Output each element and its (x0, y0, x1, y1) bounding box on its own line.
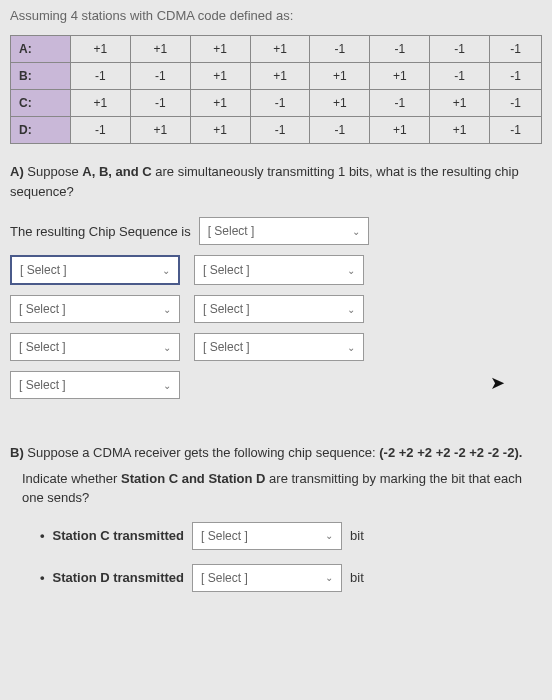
row-label: C: (11, 90, 71, 117)
row-label: B: (11, 63, 71, 90)
cell: +1 (190, 90, 250, 117)
part-b-sub: Indicate whether Station C and Station D… (22, 469, 542, 508)
bit-label: bit (350, 570, 364, 585)
cell: -1 (370, 36, 430, 63)
cell: -1 (71, 63, 131, 90)
chevron-down-icon: ⌄ (163, 380, 171, 391)
result-label: The resulting Chip Sequence is (10, 224, 191, 239)
part-b-question: B) Suppose a CDMA receiver gets the foll… (10, 443, 542, 463)
select-placeholder: [ Select ] (19, 378, 66, 392)
cell: +1 (190, 63, 250, 90)
row-label: A: (11, 36, 71, 63)
cell: -1 (430, 63, 490, 90)
chevron-down-icon: ⌄ (352, 226, 360, 237)
chip-select-6[interactable]: [ Select ] ⌄ (194, 333, 364, 361)
cell: -1 (490, 117, 542, 144)
select-placeholder: [ Select ] (201, 571, 248, 585)
bullet-icon: • (40, 528, 45, 543)
cell: +1 (310, 90, 370, 117)
cell: +1 (71, 36, 131, 63)
result-select[interactable]: [ Select ] ⌄ (199, 217, 369, 245)
cell: +1 (310, 63, 370, 90)
chevron-down-icon: ⌄ (347, 265, 355, 276)
chevron-down-icon: ⌄ (163, 342, 171, 353)
cell: -1 (71, 117, 131, 144)
select-placeholder: [ Select ] (19, 340, 66, 354)
select-placeholder: [ Select ] (203, 263, 250, 277)
cell: +1 (130, 36, 190, 63)
qb-text2: Indicate whether (22, 471, 121, 486)
part-a-prefix: A) (10, 164, 27, 179)
part-b-prefix: B) (10, 445, 27, 460)
cell: -1 (490, 36, 542, 63)
select-placeholder: [ Select ] (20, 263, 67, 277)
table-row: C: +1 -1 +1 -1 +1 -1 +1 -1 (11, 90, 542, 117)
select-placeholder: [ Select ] (203, 340, 250, 354)
cell: -1 (130, 90, 190, 117)
cell: -1 (310, 117, 370, 144)
cell: -1 (490, 90, 542, 117)
station-c-select[interactable]: [ Select ] ⌄ (192, 522, 342, 550)
table-row: D: -1 +1 +1 -1 -1 +1 +1 -1 (11, 117, 542, 144)
cell: -1 (310, 36, 370, 63)
station-d-label: Station D transmitted (53, 570, 184, 585)
cell: +1 (130, 117, 190, 144)
row-label: D: (11, 117, 71, 144)
chip-select-4[interactable]: [ Select ] ⌄ (194, 295, 364, 323)
qb-text1: Suppose a CDMA receiver gets the followi… (27, 445, 379, 460)
chevron-down-icon: ⌄ (325, 530, 333, 541)
chevron-down-icon: ⌄ (163, 304, 171, 315)
chip-select-1[interactable]: [ Select ] ⌄ (10, 255, 180, 285)
cell: +1 (190, 117, 250, 144)
chevron-down-icon: ⌄ (325, 572, 333, 583)
cell: +1 (190, 36, 250, 63)
chip-select-2[interactable]: [ Select ] ⌄ (194, 255, 364, 285)
select-placeholder: [ Select ] (201, 529, 248, 543)
chevron-down-icon: ⌄ (347, 342, 355, 353)
station-c-label: Station C transmitted (53, 528, 184, 543)
cell: +1 (430, 90, 490, 117)
qb-seq: (-2 +2 +2 +2 -2 +2 -2 -2). (379, 445, 522, 460)
cell: -1 (490, 63, 542, 90)
select-placeholder: [ Select ] (19, 302, 66, 316)
chevron-down-icon: ⌄ (162, 265, 170, 276)
cell: +1 (430, 117, 490, 144)
cell: +1 (250, 36, 310, 63)
intro-text: Assuming 4 stations with CDMA code defin… (10, 8, 542, 23)
qa-text1: Suppose (27, 164, 82, 179)
mouse-cursor-icon: ➤ (490, 372, 505, 394)
chip-select-5[interactable]: [ Select ] ⌄ (10, 333, 180, 361)
select-placeholder: [ Select ] (208, 224, 255, 238)
chip-select-7[interactable]: [ Select ] ⌄ (10, 371, 180, 399)
qa-bold: A, B, and C (82, 164, 151, 179)
cell: -1 (370, 90, 430, 117)
cell: -1 (130, 63, 190, 90)
station-d-select[interactable]: [ Select ] ⌄ (192, 564, 342, 592)
part-a-question: A) Suppose A, B, and C are simultaneousl… (10, 162, 542, 201)
cdma-table: A: +1 +1 +1 +1 -1 -1 -1 -1 B: -1 -1 +1 +… (10, 35, 542, 144)
bullet-icon: • (40, 570, 45, 585)
cell: +1 (250, 63, 310, 90)
cell: +1 (370, 63, 430, 90)
select-placeholder: [ Select ] (203, 302, 250, 316)
chip-select-3[interactable]: [ Select ] ⌄ (10, 295, 180, 323)
cell: +1 (370, 117, 430, 144)
cell: -1 (250, 90, 310, 117)
cell: +1 (71, 90, 131, 117)
qb-bold2: Station C and Station D (121, 471, 265, 486)
table-row: B: -1 -1 +1 +1 +1 +1 -1 -1 (11, 63, 542, 90)
cell: -1 (430, 36, 490, 63)
bit-label: bit (350, 528, 364, 543)
cell: -1 (250, 117, 310, 144)
table-row: A: +1 +1 +1 +1 -1 -1 -1 -1 (11, 36, 542, 63)
chevron-down-icon: ⌄ (347, 304, 355, 315)
